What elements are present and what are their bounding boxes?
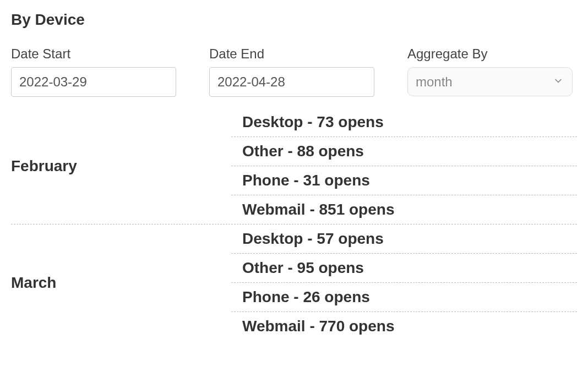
device-rows: Desktop - 57 opensOther - 95 opensPhone …	[231, 225, 577, 341]
date-end-input[interactable]	[209, 67, 374, 97]
month-label: February	[11, 157, 231, 175]
month-group: MarchDesktop - 57 opensOther - 95 opensP…	[11, 225, 577, 341]
month-group: FebruaryDesktop - 73 opensOther - 88 ope…	[11, 108, 577, 225]
device-row: Webmail - 851 opens	[231, 195, 577, 224]
device-row: Webmail - 770 opens	[231, 312, 577, 341]
device-row: Desktop - 73 opens	[231, 108, 577, 137]
device-row: Phone - 26 opens	[231, 283, 577, 312]
date-start-group: Date Start	[11, 46, 176, 97]
date-end-group: Date End	[209, 46, 374, 97]
date-start-input[interactable]	[11, 67, 176, 97]
aggregate-by-select[interactable]: month	[407, 67, 573, 96]
controls-row: Date Start Date End Aggregate By month	[11, 46, 577, 97]
device-row: Phone - 31 opens	[231, 166, 577, 195]
device-row: Other - 88 opens	[231, 137, 577, 166]
device-row: Other - 95 opens	[231, 254, 577, 283]
results-table: FebruaryDesktop - 73 opensOther - 88 ope…	[11, 108, 577, 341]
month-label: March	[11, 274, 231, 292]
date-start-label: Date Start	[11, 46, 176, 62]
device-row: Desktop - 57 opens	[231, 225, 577, 254]
section-title: By Device	[11, 11, 577, 29]
device-rows: Desktop - 73 opensOther - 88 opensPhone …	[231, 108, 577, 224]
aggregate-by-label: Aggregate By	[407, 46, 573, 62]
aggregate-by-group: Aggregate By month	[407, 46, 573, 97]
date-end-label: Date End	[209, 46, 374, 62]
